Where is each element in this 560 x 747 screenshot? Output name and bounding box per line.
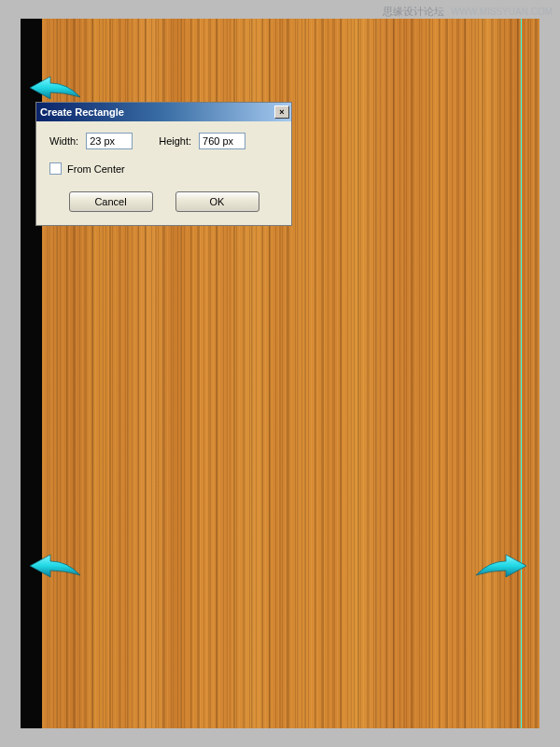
- dialog-title: Create Rectangle: [40, 106, 124, 118]
- annotation-arrow-bottom-right: [474, 553, 528, 585]
- height-input[interactable]: [199, 133, 245, 149]
- dialog-body: Width: Height: From Center Cancel OK: [36, 121, 291, 225]
- height-label: Height:: [159, 135, 191, 147]
- cancel-button[interactable]: Cancel: [69, 191, 153, 212]
- close-button[interactable]: ×: [274, 106, 289, 119]
- watermark-cn: 思缘设计论坛: [383, 6, 444, 17]
- width-label: Width:: [49, 135, 78, 147]
- guide-line-right: [521, 19, 522, 728]
- close-icon: ×: [279, 108, 284, 117]
- from-center-checkbox[interactable]: [49, 162, 62, 175]
- dialog-buttons: Cancel OK: [49, 191, 278, 212]
- dimensions-row: Width: Height:: [49, 133, 278, 149]
- from-center-label: From Center: [67, 163, 125, 175]
- ok-button[interactable]: OK: [175, 191, 259, 212]
- create-rectangle-dialog: Create Rectangle × Width: Height: From C…: [35, 102, 292, 226]
- watermark: 思缘设计论坛 WWW.MISSYUAN.COM: [383, 5, 553, 19]
- dialog-titlebar[interactable]: Create Rectangle ×: [36, 103, 291, 121]
- watermark-url: WWW.MISSYUAN.COM: [451, 7, 553, 17]
- from-center-row[interactable]: From Center: [49, 162, 278, 175]
- width-input[interactable]: [86, 133, 133, 149]
- annotation-arrow-bottom-left: [28, 553, 82, 585]
